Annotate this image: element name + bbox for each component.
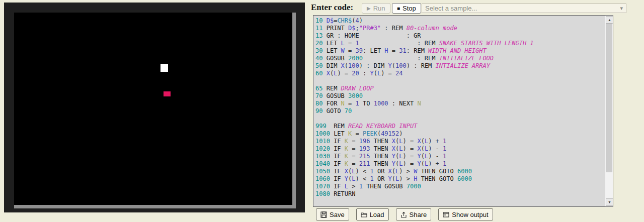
scroll-down-icon[interactable]: ▼ (606, 198, 613, 206)
code-line: 1040 IF K = 211 THEN Y(L) = Y(L) + 1 (315, 160, 605, 168)
code-line: 60 X(L) = 20 : Y(L) = 24 (315, 70, 605, 77)
code-line: 10 D$=CHR$(4) (315, 17, 605, 25)
code-line: 20 LET L = 1 : REM SNAKE STARTS WITH LEN… (315, 40, 605, 47)
share-button-label: Share (410, 211, 427, 218)
stop-button-label: Stop (403, 5, 416, 12)
snake-block (160, 64, 168, 72)
footer-toolbar: Save Load Share Show output (316, 208, 493, 220)
code-line (315, 115, 605, 123)
code-line: 65 REM DRAW LOOP (315, 85, 605, 92)
stop-icon: ■ (397, 6, 400, 11)
code-line: 1060 IF Y(L) < 1 OR Y(L) > H THEN GOTO 6… (315, 175, 605, 183)
code-line: 11 PRINT D$;"PR#3" : REM 80-column mode (315, 25, 605, 32)
code-content: 10 D$=CHR$(4)11 PRINT D$;"PR#3" : REM 80… (313, 16, 605, 207)
floppy-icon (320, 211, 327, 218)
code-editor[interactable]: 10 D$=CHR$(4)11 PRINT D$;"PR#3" : REM 80… (313, 15, 613, 207)
sample-select-placeholder: Select a sample... (425, 5, 477, 12)
code-line (315, 77, 605, 85)
code-line: 70 GOSUB 3000 (315, 92, 605, 100)
load-button-label: Load (370, 211, 384, 218)
save-button[interactable]: Save (316, 208, 349, 220)
code-line: 80 FOR N = 1 TO 1000 : NEXT N (315, 100, 605, 107)
food-block (164, 91, 171, 96)
code-line: 1030 IF K = 215 THEN Y(L) = Y(L) - 1 (315, 153, 605, 160)
emulator-screen[interactable] (14, 13, 296, 208)
stop-button[interactable]: ■ Stop (392, 3, 421, 14)
share-icon (400, 211, 407, 218)
save-button-label: Save (330, 211, 345, 218)
run-button[interactable]: ▶ Run (362, 3, 390, 14)
code-line: 999 REM READ KEYBOARD INPUT (315, 123, 605, 130)
code-line (315, 198, 605, 205)
load-button[interactable]: Load (356, 208, 389, 220)
code-line: 1070 IF L > 1 THEN GOSUB 7000 (315, 183, 605, 190)
sample-select-dropdown[interactable]: Select a sample... ▾ (422, 4, 626, 13)
play-icon: ▶ (367, 6, 371, 11)
scroll-up-icon[interactable]: ▲ (606, 16, 613, 24)
editor-scrollbar[interactable]: ▲ ▼ (605, 16, 613, 206)
show-output-button-label: Show output (452, 211, 488, 218)
code-line: 1080 RETURN (315, 190, 605, 198)
scrollbar-thumb[interactable] (606, 24, 612, 172)
code-line: 1000 LET K = PEEK(49152) (315, 130, 605, 138)
code-line: 1999 REM INITIALIZE FOOD (315, 205, 605, 207)
emulator-screen-bezel (4, 3, 305, 212)
enter-code-label: Enter code: (311, 3, 353, 13)
app-window: Enter code: ▶ Run ■ Stop Select a sample… (0, 0, 644, 222)
code-line: 90 GOTO 70 (315, 107, 605, 115)
code-line: 13 GR : HOME : GR (315, 32, 605, 40)
output-window-icon (443, 211, 449, 218)
code-line: 50 DIM X(100) : DIM Y(100) : REM INTIALI… (315, 62, 605, 70)
code-line: 1050 IF X(L) < 1 OR X(L) > W THEN GOTO 6… (315, 168, 605, 175)
folder-icon (361, 211, 367, 218)
code-line: 30 LET W = 39: LET H = 31: REM WIDTH AND… (315, 47, 605, 55)
show-output-button[interactable]: Show output (438, 208, 493, 220)
code-line: 1010 IF K = 196 THEN X(L) = X(L) + 1 (315, 138, 605, 145)
share-button[interactable]: Share (396, 208, 432, 220)
run-button-label: Run (373, 5, 385, 12)
code-line: 40 GOSUB 2000 : REM INITIALIZE FOOD (315, 55, 605, 62)
code-line: 1020 IF K = 193 THEN X(L) = X(L) - 1 (315, 145, 605, 153)
chevron-down-icon: ▾ (620, 5, 623, 12)
